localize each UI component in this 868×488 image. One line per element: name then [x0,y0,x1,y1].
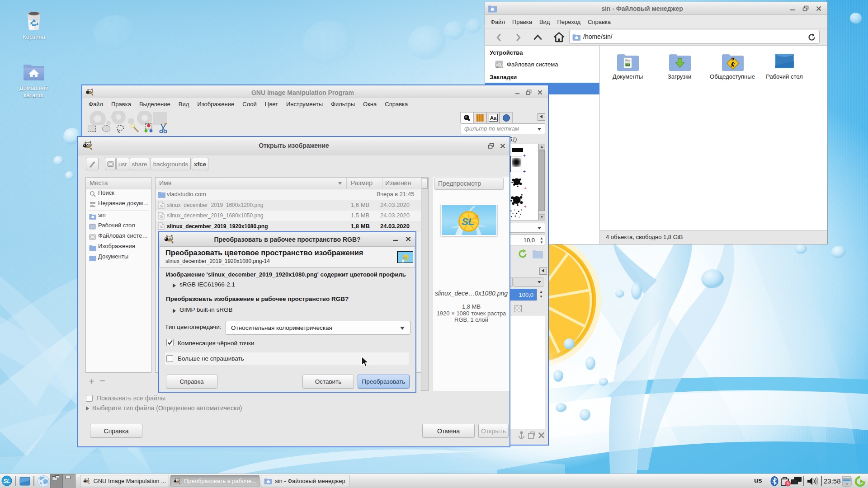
svg-text:SL: SL [402,256,408,260]
svg-text:9: 9 [475,214,478,220]
svg-text:SL: SL [3,478,10,484]
svg-text:SL: SL [462,216,474,227]
